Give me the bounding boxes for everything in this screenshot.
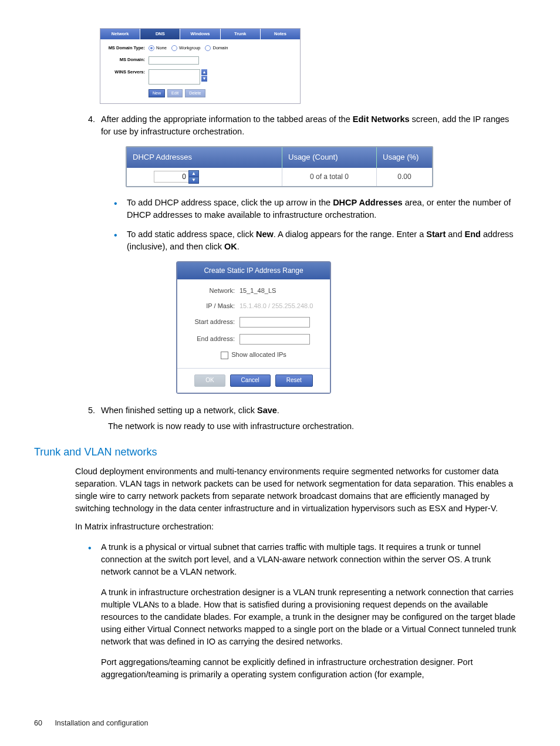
page-number: 60: [34, 719, 42, 727]
usage-count-value: 0 of a total 0: [282, 168, 377, 186]
dhcp-spinner-up[interactable]: ▲: [188, 170, 199, 177]
end-address-label: End address:: [184, 335, 235, 344]
section-heading-trunk-vlan: Trunk and VLAN networks: [34, 444, 526, 460]
radio-none[interactable]: None: [149, 45, 167, 52]
dhcp-spinner-value[interactable]: 0: [154, 171, 188, 183]
section-p1: Cloud deployment environments and multi-…: [75, 465, 520, 515]
tab-notes[interactable]: Notes: [261, 29, 300, 39]
start-address-input[interactable]: [239, 317, 310, 328]
usage-pct-value: 0.00: [377, 168, 432, 186]
wins-servers-label: WINS Servers:: [105, 69, 145, 76]
bullet-dhcp: To add DHCP address space, click the up …: [127, 197, 520, 221]
wins-new-button[interactable]: New: [149, 89, 165, 97]
footer-section: Installation and configuration: [55, 719, 148, 727]
tab-dns[interactable]: DNS: [140, 29, 180, 39]
wins-servers-list[interactable]: [149, 69, 200, 85]
trunk-bullet-p2: A trunk in infrastructure orchestration …: [101, 586, 520, 648]
wins-up-button[interactable]: ▲: [201, 69, 207, 75]
show-allocated-checkbox[interactable]: Show allocated IPs: [184, 350, 323, 360]
trunk-bullet-p3: Port aggregations/teaming cannot be expl…: [101, 656, 520, 681]
dhcp-spinner[interactable]: 0 ▲ ▼: [154, 170, 199, 184]
col-usage-count: Usage (Count): [282, 147, 377, 168]
ok-button[interactable]: OK: [194, 374, 225, 387]
step-4: After adding the appropriate information…: [97, 113, 520, 394]
reset-button[interactable]: Reset: [275, 374, 313, 387]
trunk-bullet: A trunk is a physical or virtual subnet …: [101, 541, 520, 681]
create-static-ip-dialog: Create Static IP Address Range Network: …: [176, 261, 331, 394]
col-usage-pct: Usage (%): [377, 147, 432, 168]
network-label: Network:: [184, 286, 235, 296]
radio-domain[interactable]: Domain: [205, 45, 228, 52]
wins-down-button[interactable]: ▼: [201, 76, 207, 82]
start-address-label: Start address:: [184, 318, 235, 327]
bullet-static: To add static address space, click New. …: [127, 228, 520, 394]
step-5-result: The network is now ready to use with inf…: [108, 420, 520, 433]
page-footer: 60 Installation and configuration: [34, 718, 149, 728]
section-p2: In Matrix infrastructure orchestration:: [75, 521, 520, 533]
dhcp-addresses-table: DHCP Addresses Usage (Count) Usage (%) 0…: [126, 146, 433, 187]
col-dhcp-addresses: DHCP Addresses: [127, 147, 282, 168]
wins-edit-button[interactable]: Edit: [167, 89, 183, 97]
network-value: 15_1_48_LS: [239, 286, 323, 296]
tab-network[interactable]: Network: [100, 29, 140, 39]
checkbox-icon: [221, 352, 228, 359]
end-address-input[interactable]: [239, 334, 310, 345]
dhcp-spinner-down[interactable]: ▼: [188, 177, 199, 184]
radio-workgroup[interactable]: Workgroup: [171, 45, 201, 52]
dialog-title: Create Static IP Address Range: [177, 262, 330, 279]
ms-domain-input[interactable]: [149, 56, 199, 65]
edit-networks-screenshot: Network DNS Windows Trunk Notes MS Domai…: [100, 28, 301, 104]
ms-domain-type-label: MS Domain Type:: [105, 45, 145, 52]
ip-mask-value: 15.1.48.0 / 255.255.248.0: [239, 302, 323, 311]
ms-domain-label: MS Domain:: [105, 57, 145, 63]
wins-delete-button[interactable]: Delete: [185, 89, 205, 97]
step-5: When finished setting up a network, clic…: [97, 404, 520, 433]
tab-windows[interactable]: Windows: [180, 29, 220, 39]
tab-trunk[interactable]: Trunk: [221, 29, 261, 39]
cancel-button[interactable]: Cancel: [230, 374, 271, 387]
ip-mask-label: IP / Mask:: [184, 302, 235, 311]
